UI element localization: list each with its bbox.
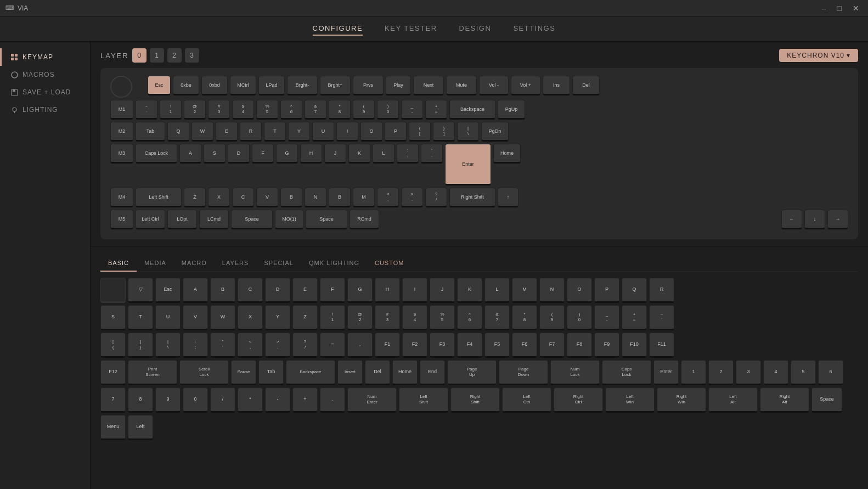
- key-vol-[interactable]: Vol -: [479, 76, 509, 95]
- key-j[interactable]: J: [324, 144, 346, 164]
- key-next[interactable]: Next: [413, 76, 444, 95]
- key-w[interactable]: W: [191, 122, 213, 142]
- keycap-equals[interactable]: =: [320, 333, 345, 358]
- keycap-j[interactable]: J: [430, 278, 455, 303]
- keycap-empty[interactable]: [100, 278, 126, 303]
- key-space-left[interactable]: Space: [231, 210, 273, 229]
- keycap-h[interactable]: H: [375, 278, 400, 303]
- keycap-f7[interactable]: F7: [539, 333, 565, 358]
- key-mo1[interactable]: MO(1): [275, 210, 303, 229]
- keycap-at2[interactable]: @2: [347, 305, 373, 330]
- key-vol+[interactable]: Vol +: [511, 76, 540, 95]
- key-del[interactable]: Del: [572, 76, 600, 95]
- keycap-s[interactable]: S: [100, 305, 126, 330]
- keycap-space[interactable]: Space: [811, 387, 842, 413]
- keycap-z[interactable]: Z: [292, 305, 318, 330]
- keycap-lp9[interactable]: (9: [539, 305, 565, 330]
- keycap-f8[interactable]: F8: [567, 333, 592, 358]
- sidebar-item-keymap[interactable]: KEYMAP: [0, 48, 90, 66]
- keycap-num-star[interactable]: *: [238, 387, 263, 413]
- keycap-f10[interactable]: F10: [622, 333, 647, 358]
- keycap-backspace[interactable]: Backspace: [286, 360, 335, 385]
- keycap-num1[interactable]: 1: [681, 360, 706, 385]
- keycap-dollar4[interactable]: $4: [402, 305, 427, 330]
- key-m4[interactable]: M4: [110, 188, 133, 207]
- keycap-gt[interactable]: >.: [265, 333, 290, 358]
- keycap-insert[interactable]: Insert: [337, 360, 363, 385]
- key-arrow-down[interactable]: ↓: [804, 210, 825, 229]
- keycap-left-shift[interactable]: LeftShift: [399, 387, 448, 413]
- cat-macro[interactable]: MACRO: [174, 255, 215, 272]
- key-enter[interactable]: Enter: [445, 144, 491, 186]
- keycap-num-lock[interactable]: NumLock: [550, 360, 600, 385]
- keycap-colon[interactable]: :;: [183, 333, 208, 358]
- key-mctrl[interactable]: MCtrl: [230, 76, 256, 95]
- key-rbracket[interactable]: }]: [433, 122, 455, 142]
- key-3[interactable]: #3: [208, 100, 230, 120]
- keycap-num7[interactable]: 7: [100, 387, 126, 413]
- sidebar-item-lighting[interactable]: LIGHTING: [0, 101, 90, 119]
- nav-key-tester[interactable]: KEY TESTER: [385, 22, 437, 36]
- key-arrow-right[interactable]: →: [827, 210, 848, 229]
- keycap-trns[interactable]: ▽: [128, 278, 153, 303]
- cat-qmk-lighting[interactable]: QMK LIGHTING: [301, 255, 367, 272]
- keyboard-name-button[interactable]: KEYCHRON V10 ▾: [779, 49, 858, 62]
- key-arrow-up[interactable]: ↑: [498, 188, 518, 207]
- close-button[interactable]: ✕: [849, 3, 863, 14]
- key-pgup[interactable]: PgUp: [498, 100, 525, 120]
- key-c[interactable]: C: [232, 188, 254, 207]
- key-z[interactable]: Z: [184, 188, 206, 207]
- keycap-w[interactable]: W: [210, 305, 235, 330]
- keycap-d[interactable]: D: [265, 278, 290, 303]
- keycap-star8[interactable]: *8: [512, 305, 537, 330]
- key-lcmd[interactable]: LCmd: [199, 210, 229, 229]
- key-u[interactable]: U: [312, 122, 334, 142]
- key-semicolon[interactable]: :;: [397, 144, 419, 164]
- key-f[interactable]: F: [252, 144, 274, 164]
- keycap-f12[interactable]: F12: [100, 360, 126, 385]
- keycap-hash3[interactable]: #3: [375, 305, 400, 330]
- keycap-scroll-lock[interactable]: ScrollLock: [179, 360, 229, 385]
- keycap-del[interactable]: Del: [365, 360, 390, 385]
- keycap-home[interactable]: Home: [392, 360, 418, 385]
- keycap-g[interactable]: G: [347, 278, 373, 303]
- keycap-left[interactable]: Left: [128, 415, 153, 440]
- key-1[interactable]: !1: [160, 100, 182, 120]
- keycap-num0[interactable]: 0: [183, 387, 208, 413]
- keycap-num8[interactable]: 8: [128, 387, 153, 413]
- key-prvs[interactable]: Prvs: [353, 76, 384, 95]
- key-rcmd[interactable]: RCmd: [350, 210, 379, 229]
- key-caps[interactable]: Caps Lock: [136, 144, 177, 164]
- keycap-enter[interactable]: Enter: [653, 360, 679, 385]
- keycap-lbrace[interactable]: [{: [100, 333, 126, 358]
- keycap-v[interactable]: V: [183, 305, 208, 330]
- key-m2[interactable]: M2: [110, 122, 133, 142]
- keycap-right-win[interactable]: RightWin: [657, 387, 706, 413]
- keycap-lt[interactable]: <,: [238, 333, 263, 358]
- keycap-x[interactable]: X: [238, 305, 263, 330]
- key-period[interactable]: >.: [401, 188, 423, 207]
- keycap-e[interactable]: E: [292, 278, 318, 303]
- key-8[interactable]: *8: [329, 100, 351, 120]
- keycap-left-ctrl[interactable]: LeftCtrl: [502, 387, 551, 413]
- keycap-f2[interactable]: F2: [402, 333, 427, 358]
- key-space-right[interactable]: Space: [306, 210, 347, 229]
- key-lpad[interactable]: LPad: [258, 76, 285, 95]
- key-m5[interactable]: M5: [110, 210, 133, 229]
- cat-basic[interactable]: BASIC: [100, 255, 137, 272]
- keycap-plus[interactable]: +=: [622, 305, 647, 330]
- keycap-comma[interactable]: ,: [347, 333, 373, 358]
- keycap-rp0[interactable]: )0: [567, 305, 592, 330]
- key-2[interactable]: @2: [184, 100, 206, 120]
- keycap-num6[interactable]: 6: [818, 360, 843, 385]
- key-h[interactable]: H: [300, 144, 322, 164]
- cat-layers[interactable]: LAYERS: [215, 255, 257, 272]
- key-k[interactable]: K: [348, 144, 370, 164]
- key-b-right[interactable]: B: [329, 188, 351, 207]
- keycap-r[interactable]: R: [649, 278, 674, 303]
- key-brght-[interactable]: Brght-: [287, 76, 318, 95]
- key-arrow-left[interactable]: ←: [781, 210, 802, 229]
- keycap-esc[interactable]: Esc: [155, 278, 181, 303]
- keycap-t[interactable]: T: [128, 305, 153, 330]
- key-esc[interactable]: Esc: [148, 76, 171, 95]
